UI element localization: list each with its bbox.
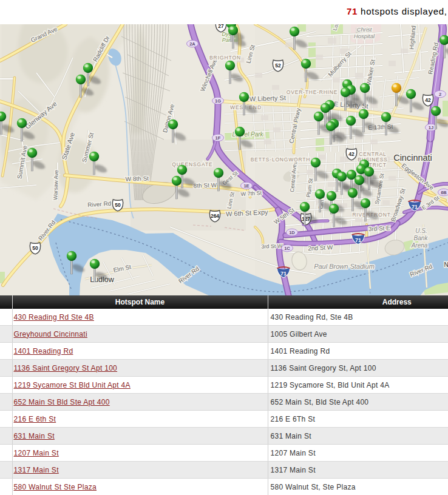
svg-text:3rd St E: 3rd St E <box>368 224 390 232</box>
svg-text:2nd St W: 2nd St W <box>308 244 333 252</box>
svg-text:BETTS-LONGWORTH: BETTS-LONGWORTH <box>251 157 310 163</box>
svg-text:71: 71 <box>280 271 287 277</box>
svg-text:Bank: Bank <box>414 235 429 241</box>
svg-text:52: 52 <box>275 62 281 69</box>
svg-text:Arena: Arena <box>411 242 428 249</box>
svg-text:264: 264 <box>211 213 219 219</box>
svg-text:71: 71 <box>355 237 361 243</box>
svg-text:W 8th St: W 8th St <box>126 175 149 182</box>
svg-text:Warsaw Ave: Warsaw Ave <box>52 170 59 200</box>
svg-text:Cincinnati: Cincinnati <box>393 153 432 163</box>
svg-text:1C: 1C <box>284 246 290 251</box>
svg-text:OVER-THE-RHINE: OVER-THE-RHINE <box>287 89 338 95</box>
svg-text:1E: 1E <box>243 183 249 189</box>
svg-text:6B: 6B <box>441 190 447 195</box>
svg-text:W Liberty St: W Liberty St <box>249 94 286 103</box>
svg-text:42: 42 <box>425 97 431 103</box>
svg-text:50: 50 <box>115 202 121 208</box>
svg-text:QUEENSGATE: QUEENSGATE <box>172 161 212 167</box>
svg-text:BRIGHTON: BRIGHTON <box>209 55 241 61</box>
svg-text:8th St W: 8th St W <box>194 181 217 189</box>
svg-text:1F: 1F <box>216 135 221 141</box>
svg-text:U.S.: U.S. <box>415 227 427 234</box>
svg-text:1G: 1G <box>215 98 221 104</box>
svg-text:1D: 1D <box>289 230 295 235</box>
svg-text:71: 71 <box>412 204 418 210</box>
svg-text:42: 42 <box>348 151 355 157</box>
svg-text:1J: 1J <box>429 125 433 130</box>
svg-text:2A: 2A <box>189 41 195 47</box>
svg-text:27: 27 <box>218 24 224 29</box>
svg-text:Paul Brown Stadium: Paul Brown Stadium <box>314 263 375 270</box>
svg-text:2: 2 <box>439 92 441 97</box>
svg-text:Christ: Christ <box>357 26 372 33</box>
svg-text:3rd St W: 3rd St W <box>261 243 283 249</box>
svg-text:50: 50 <box>32 245 38 251</box>
svg-text:N: N <box>444 261 448 268</box>
svg-text:Hospital: Hospital <box>354 33 375 39</box>
